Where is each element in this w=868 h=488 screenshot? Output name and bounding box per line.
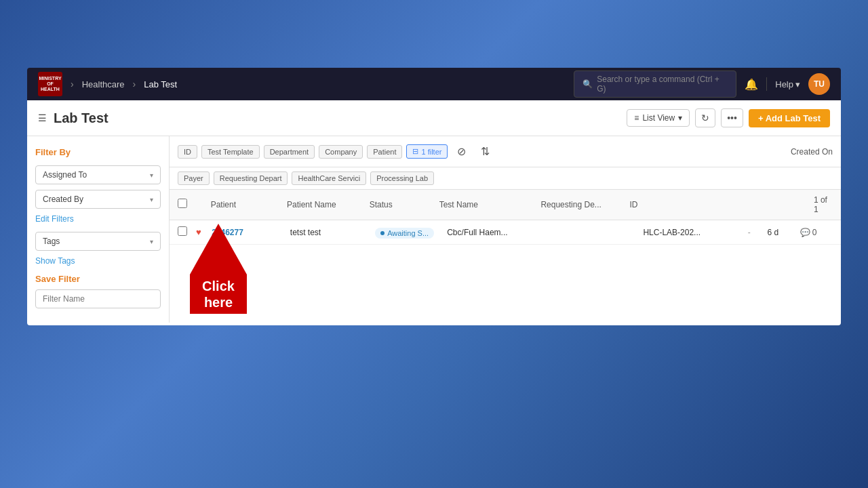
refresh-button[interactable]: ↻ [695,108,715,127]
filter-tag-requesting-dept[interactable]: Requesting Depart [214,171,288,185]
list-view-button[interactable]: ≡ List View ▾ [627,109,690,127]
table-row[interactable]: ♥ 2046277 tetst test Awaiting S... Cbc/F… [170,220,841,245]
breadcrumb-healthcare[interactable]: Healthcare [82,79,125,89]
sort-icon[interactable]: ⇅ [475,142,495,161]
search-icon: 🔍 [583,79,593,89]
header-status-col: Status [370,200,439,209]
help-button[interactable]: Help ▾ [775,79,800,89]
select-all-checkbox[interactable] [178,199,187,208]
filter-tag-company[interactable]: Company [319,145,363,159]
header-actions: ≡ List View ▾ ↻ ••• + Add Lab Test [627,108,830,127]
filter-tags-row-2: Payer Requesting Depart HealthCare Servi… [170,167,841,190]
row-comments: 💬 0 [800,228,833,237]
hamburger-icon[interactable]: ☰ [38,113,47,123]
tags-chevron-icon: ▾ [150,238,153,245]
filter-tags-row-1: ID Test Template Department Company Pati… [170,136,841,167]
search-bar[interactable]: 🔍 Search or type a command (Ctrl + G) [574,70,736,98]
add-lab-test-button[interactable]: + Add Lab Test [749,109,830,127]
assigned-to-label: Assigned To [43,170,87,180]
more-options-button[interactable]: ••• [721,108,743,127]
created-by-chevron-icon: ▾ [150,196,153,203]
filter-remove-icon[interactable]: ⊘ [452,142,471,161]
list-view-label: List View [642,113,675,123]
search-placeholder: Search or type a command (Ctrl + G) [597,75,728,94]
table-area: ID Test Template Department Company Pati… [170,136,841,323]
header-checkbox-col [178,199,195,211]
tags-dropdown[interactable]: Tags ▾ [35,232,161,251]
click-here-annotation: Click here [178,224,259,325]
main-container: ☰ Lab Test ≡ List View ▾ ↻ ••• + Add Lab… [27,100,841,325]
created-on-label: Created On [791,147,833,157]
active-filter-label: 1 filter [421,148,441,156]
filter-tag-healthcare-service[interactable]: HealthCare Servici [292,171,366,185]
table-column-headers: Patient Patient Name Status Test Name Re… [170,190,841,220]
help-chevron-icon: ▾ [795,79,800,89]
row-patient-name: tetst test [290,228,375,237]
save-filter-title: Save Filter [35,274,161,284]
row-dash: - [748,228,768,237]
assigned-to-dropdown[interactable]: Assigned To ▾ [35,165,161,184]
active-filter-button[interactable]: ⊟ 1 filter [406,144,448,159]
navbar-divider [766,77,767,91]
filter-tag-patient[interactable]: Patient [367,145,402,159]
header-req-dept-col: Requesting De... [540,200,629,209]
list-view-icon: ≡ [634,113,639,123]
comments-icon: 💬 [800,228,810,237]
navbar-left: MINISTRYOFHEALTH › Healthcare › Lab Test [38,72,574,96]
filter-tag-department[interactable]: Department [264,145,315,159]
filter-panel: Filter By Assigned To ▾ Created By ▾ Edi… [27,136,170,323]
edit-filters-link[interactable]: Edit Filters [35,214,161,224]
status-dot-icon [380,231,384,235]
page-title: Lab Test [54,110,627,126]
filter-tag-processing-lab[interactable]: Processing Lab [370,171,434,185]
assigned-to-chevron-icon: ▾ [150,171,153,179]
ministry-logo-text: MINISTRYOFHEALTH [39,76,61,92]
breadcrumb-sep-2: › [133,79,136,89]
filter-tag-payer[interactable]: Payer [178,171,210,185]
breadcrumb-lab-test[interactable]: Lab Test [144,79,177,89]
created-by-label: Created By [43,195,83,204]
status-badge: Awaiting S... [375,228,434,239]
avatar[interactable]: TU [808,73,830,95]
arrow-triangle-icon [190,224,247,274]
show-tags-link[interactable]: Show Tags [35,256,161,266]
status-label: Awaiting S... [387,229,429,237]
header-test-name-col: Test Name [439,200,541,209]
click-here-line2: here [204,294,233,310]
help-label: Help [775,79,793,89]
row-record-id: HLC-LAB-202... [643,228,747,237]
navbar: MINISTRYOFHEALTH › Healthcare › Lab Test… [27,68,841,100]
filter-funnel-icon: ⊟ [412,147,418,156]
row-status: Awaiting S... [375,226,447,239]
pagination-label: 1 of 1 [814,195,833,214]
page-header: ☰ Lab Test ≡ List View ▾ ↻ ••• + Add Lab… [27,100,841,136]
ministry-logo: MINISTRYOFHEALTH [38,72,62,96]
header-patient-col: Patient [211,200,287,209]
filter-tag-test-template[interactable]: Test Template [201,145,260,159]
created-by-dropdown[interactable]: Created By ▾ [35,190,161,209]
tags-label: Tags [43,237,60,246]
notification-bell-icon[interactable]: 🔔 [745,78,758,91]
filter-name-input[interactable] [35,289,161,308]
click-here-box: Click here [190,274,247,314]
breadcrumb-sep-1: › [71,79,74,89]
filter-by-title: Filter By [35,147,161,157]
click-here-line1: Click [202,278,235,294]
navbar-right: 🔍 Search or type a command (Ctrl + G) 🔔 … [574,70,830,98]
header-patient-name-col: Patient Name [287,200,370,209]
comments-count: 0 [812,228,817,237]
row-days: 6 d [768,228,800,237]
filter-tag-id[interactable]: ID [178,145,197,159]
list-view-chevron-icon: ▾ [678,113,682,123]
header-id-col: ID [629,200,731,209]
content-body: Filter By Assigned To ▾ Created By ▾ Edi… [27,136,841,323]
row-test-name: Cbc/Full Haem... [447,228,551,237]
